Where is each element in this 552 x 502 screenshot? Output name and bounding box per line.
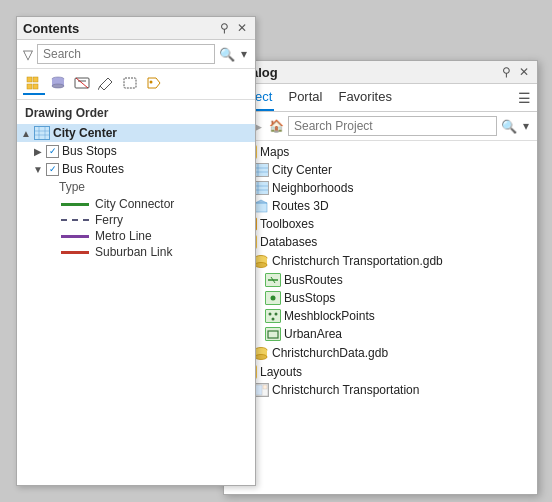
- contents-title: Contents: [23, 21, 79, 36]
- ferry-line: [61, 219, 89, 221]
- catalog-tree: ▼ Maps ▶ City Center ▶ Neighborhoods ▶: [224, 141, 537, 494]
- svg-rect-0: [27, 77, 32, 82]
- svg-rect-18: [254, 164, 268, 176]
- suburban-link-label: Suburban Link: [95, 245, 172, 259]
- select-rect-btn[interactable]: [119, 73, 141, 95]
- svg-rect-13: [35, 127, 49, 139]
- contents-search-input[interactable]: [37, 44, 215, 64]
- cat-bus-stops[interactable]: ▶ BusStops: [224, 289, 537, 307]
- bus-routes-label: Bus Routes: [62, 162, 124, 176]
- catalog-search-icon[interactable]: 🔍: [501, 119, 517, 134]
- cat-urban-area-label: UrbanArea: [284, 327, 342, 341]
- expander-bus-stops[interactable]: ▶: [33, 146, 43, 157]
- cat-urban-area[interactable]: ▶ UrbanArea: [224, 325, 537, 343]
- contents-tree: ▲ City Center ▶ Bus Stops ▼ Bus Routes T…: [17, 122, 255, 485]
- catalog-search-bar: ◀ ▶ 🏠 🔍 ▾: [224, 112, 537, 141]
- checkbox-bus-stops[interactable]: [46, 145, 59, 158]
- catalog-menu-icon[interactable]: ☰: [518, 90, 531, 106]
- tab-favorites[interactable]: Favorites: [336, 84, 393, 111]
- cat-meshblock-label: MeshblockPoints: [284, 309, 375, 323]
- filter-icon[interactable]: ▽: [23, 47, 33, 62]
- svg-point-35: [271, 296, 276, 301]
- legend-ferry: Ferry: [17, 212, 255, 228]
- cat-city-center-label: City Center: [272, 163, 332, 177]
- cat-routes-3d[interactable]: ▶ Routes 3D: [224, 197, 537, 215]
- catalog-titlebar: Catalog ⚲ ✕: [224, 61, 537, 84]
- cat-christchurch-gdb-label: Christchurch Transportation.gdb: [272, 254, 443, 268]
- cat-neighborhoods-label: Neighborhoods: [272, 181, 353, 195]
- maps-label: Maps: [260, 145, 289, 159]
- svg-marker-27: [255, 200, 267, 203]
- catalog-titlebar-icons: ⚲ ✕: [500, 64, 531, 80]
- checkbox-bus-routes[interactable]: [46, 163, 59, 176]
- suburban-link-line: [61, 251, 89, 254]
- catalog-pin-icon[interactable]: ⚲: [500, 64, 513, 80]
- tab-portal[interactable]: Portal: [286, 84, 324, 111]
- svg-point-30: [255, 263, 267, 268]
- cat-layouts-label: Layouts: [260, 365, 302, 379]
- pin-icon[interactable]: ⚲: [218, 20, 231, 36]
- type-label: Type: [17, 178, 255, 196]
- cat-databases-label: Databases: [260, 235, 317, 249]
- cat-layouts-folder[interactable]: ▼ Layouts: [224, 363, 537, 381]
- cat-maps-folder[interactable]: ▼ Maps: [224, 143, 537, 161]
- catalog-close-icon[interactable]: ✕: [517, 64, 531, 80]
- svg-point-39: [272, 318, 275, 321]
- cat-christchurch-data-label: ChristchurchData.gdb: [272, 346, 388, 360]
- svg-rect-26: [255, 203, 267, 212]
- cat-databases-folder[interactable]: ▼ Databases: [224, 233, 537, 251]
- contents-titlebar: Contents ⚲ ✕: [17, 17, 255, 40]
- dropdown-icon[interactable]: ▾: [239, 46, 249, 62]
- catalog-tabs: Project Portal Favorites ☰: [224, 84, 537, 112]
- cat-toolboxes-label: Toolboxes: [260, 217, 314, 231]
- cat-christchurch-layout-label: Christchurch Transportation: [272, 383, 419, 397]
- tree-item-bus-routes[interactable]: ▼ Bus Routes: [17, 160, 255, 178]
- metro-line-line: [61, 235, 89, 238]
- cat-christchurch-data-gdb[interactable]: ▶ ChristchurchData.gdb: [224, 343, 537, 363]
- cat-toolboxes-folder[interactable]: ▶ Toolboxes: [224, 215, 537, 233]
- svg-point-44: [255, 355, 267, 360]
- bus-routes-fc-icon: [265, 273, 281, 287]
- cat-bus-routes[interactable]: ▶ BusRoutes: [224, 271, 537, 289]
- svg-line-9: [76, 78, 88, 88]
- legend-city-connector: City Connector: [17, 196, 255, 212]
- cat-christchurch-layout[interactable]: ▶ Christchurch Transportation: [224, 381, 537, 399]
- svg-rect-47: [263, 385, 267, 389]
- cat-meshblock-points[interactable]: ▶ MeshblockPoints: [224, 307, 537, 325]
- expander-bus-routes[interactable]: ▼: [33, 164, 43, 175]
- svg-point-6: [52, 84, 64, 88]
- metro-line-label: Metro Line: [95, 229, 152, 243]
- city-connector-label: City Connector: [95, 197, 174, 211]
- edit-btn[interactable]: [95, 73, 117, 95]
- svg-point-38: [275, 313, 278, 316]
- cat-christchurch-gdb[interactable]: ▼ Christchurch Transportation.gdb: [224, 251, 537, 271]
- meshblock-fc-icon: [265, 309, 281, 323]
- cylinder-btn[interactable]: [47, 73, 69, 95]
- drawing-order-label: Drawing Order: [17, 100, 255, 122]
- filter2-btn[interactable]: [71, 73, 93, 95]
- svg-rect-11: [124, 78, 136, 88]
- catalog-search-dropdown[interactable]: ▾: [521, 118, 531, 134]
- city-center-label: City Center: [53, 126, 117, 140]
- cat-bus-stops-label: BusStops: [284, 291, 335, 305]
- contents-search-bar: ▽ 🔍 ▾: [17, 40, 255, 69]
- svg-point-12: [150, 81, 153, 84]
- tree-item-city-center[interactable]: ▲ City Center: [17, 124, 255, 142]
- search-submit-icon[interactable]: 🔍: [219, 47, 235, 62]
- cat-city-center[interactable]: ▶ City Center: [224, 161, 537, 179]
- svg-point-37: [269, 313, 272, 316]
- cat-neighborhoods[interactable]: ▶ Neighborhoods: [224, 179, 537, 197]
- svg-rect-3: [33, 84, 38, 89]
- tag-btn[interactable]: [143, 73, 165, 95]
- catalog-search-input[interactable]: [288, 116, 497, 136]
- map-icon-city-center: [34, 126, 50, 140]
- svg-rect-2: [27, 84, 32, 89]
- expander-city-center[interactable]: ▲: [21, 128, 31, 139]
- list-view-btn[interactable]: [23, 73, 45, 95]
- tree-item-bus-stops[interactable]: ▶ Bus Stops: [17, 142, 255, 160]
- catalog-panel: Catalog ⚲ ✕ Project Portal Favorites ☰ ◀…: [223, 60, 538, 495]
- urban-area-fc-icon: [265, 327, 281, 341]
- close-icon[interactable]: ✕: [235, 20, 249, 36]
- breadcrumb-icon: 🏠: [269, 119, 284, 133]
- legend-suburban-link: Suburban Link: [17, 244, 255, 260]
